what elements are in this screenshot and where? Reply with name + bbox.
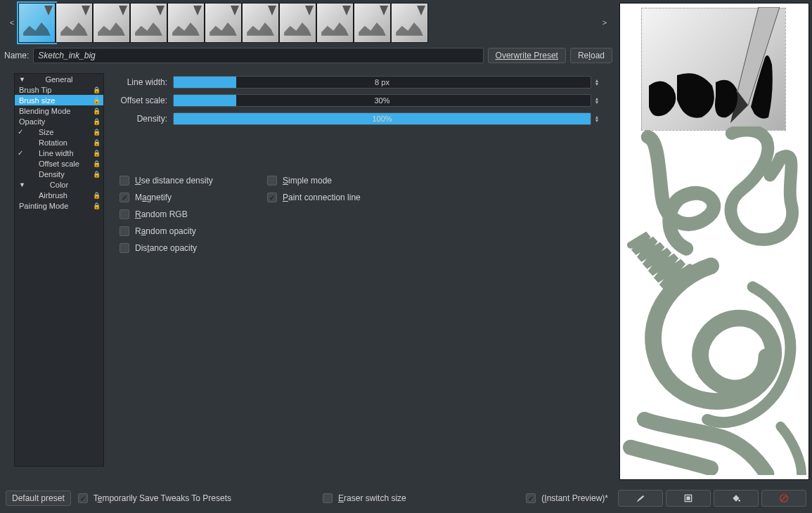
lock-icon: 🔒 [93, 97, 101, 104]
lock-icon: 🔒 [93, 129, 101, 136]
preset-thumb[interactable] [56, 3, 93, 43]
preset-thumb[interactable] [93, 3, 130, 43]
sidebar-item-size[interactable]: ✓Size🔒 [15, 126, 103, 137]
preset-next-button[interactable]: > [598, 18, 611, 27]
preset-thumb[interactable] [18, 3, 56, 43]
preview-scribble [620, 126, 808, 475]
use-distance-density-checkbox[interactable]: Use distance density [120, 176, 267, 186]
sidebar-header-color[interactable]: ▼Color [15, 179, 103, 190]
lock-icon: 🔒 [93, 192, 101, 199]
temp-save-checkbox[interactable]: Temporarily Save Tweaks To Presets [78, 493, 231, 503]
settings-sidebar: ▼General Brush Tip🔒 Brush size🔒 Blending… [14, 73, 104, 467]
lock-icon: 🔒 [93, 139, 101, 146]
preview-thumb [641, 8, 786, 131]
square-icon [683, 493, 694, 504]
preset-thumb[interactable] [316, 3, 354, 43]
preset-thumb[interactable] [242, 3, 279, 43]
line-width-label: Line width: [120, 77, 173, 87]
preset-thumb[interactable] [205, 3, 242, 43]
bucket-icon [730, 493, 742, 504]
simple-mode-checkbox[interactable]: Simple mode [267, 176, 415, 186]
bottom-bar: Default preset Temporarily Save Tweaks T… [0, 483, 812, 513]
preview-canvas [619, 3, 809, 480]
svg-line-6 [781, 495, 787, 501]
fill-mode-button[interactable] [714, 490, 759, 507]
settings-pane: Line width: 8 px ▲▼ Offset scale: 30% [111, 73, 610, 467]
preset-prev-button[interactable]: < [6, 18, 18, 27]
random-opacity-checkbox[interactable]: Random opacity [120, 226, 267, 236]
magnetify-checkbox[interactable]: Magnetify [120, 193, 267, 202]
sidebar-item-blending-mode[interactable]: Blending Mode🔒 [15, 105, 103, 116]
brush-icon [635, 493, 646, 504]
offset-scale-label: Offset scale: [120, 96, 173, 105]
forbidden-icon [778, 493, 790, 504]
lock-icon: 🔒 [93, 202, 101, 209]
preset-thumb[interactable] [354, 3, 391, 43]
distance-opacity-checkbox[interactable]: Distance opacity [120, 243, 267, 253]
paint-connection-checkbox[interactable]: Paint connection line [267, 193, 415, 202]
lock-icon: 🔒 [93, 108, 101, 115]
instant-preview-checkbox[interactable]: (Instant Preview)* [526, 493, 608, 503]
sidebar-item-rotation[interactable]: Rotation🔒 [15, 137, 103, 148]
sidebar-item-opacity[interactable]: Opacity🔒 [15, 116, 103, 126]
name-label: Name: [4, 51, 29, 60]
sidebar-header-general[interactable]: ▼General [15, 74, 103, 84]
svg-point-4 [738, 500, 740, 502]
sidebar-item-line-width[interactable]: ✓Line width🔒 [15, 148, 103, 158]
spinner-icon[interactable]: ▲▼ [593, 97, 601, 104]
overwrite-preset-button[interactable]: Overwrite Preset [488, 48, 566, 63]
sidebar-item-offset-scale[interactable]: Offset scale🔒 [15, 158, 103, 169]
svg-rect-3 [686, 496, 690, 500]
lock-icon: 🔒 [93, 118, 101, 125]
preset-thumb[interactable] [130, 3, 167, 43]
brush-mode-button[interactable] [618, 490, 663, 507]
offset-scale-slider[interactable]: 30% [173, 94, 591, 107]
sidebar-item-density[interactable]: Density🔒 [15, 169, 103, 179]
random-rgb-checkbox[interactable]: Random RGB [120, 209, 267, 219]
density-label: Density: [120, 114, 173, 124]
disabled-mode-button[interactable] [761, 490, 806, 507]
preset-thumb[interactable] [391, 3, 428, 43]
spinner-icon[interactable]: ▲▼ [593, 79, 601, 86]
lock-icon: 🔒 [93, 171, 101, 178]
eraser-switch-checkbox[interactable]: Eraser switch size [323, 493, 406, 503]
spinner-icon[interactable]: ▲▼ [593, 115, 601, 122]
lock-icon: 🔒 [93, 160, 101, 167]
lock-icon: 🔒 [93, 86, 101, 93]
square-mode-button[interactable] [666, 490, 711, 507]
preview-stroke [642, 8, 787, 131]
lock-icon: 🔒 [93, 150, 101, 157]
preset-name-input[interactable] [33, 48, 483, 63]
reload-button[interactable]: Reload [570, 48, 612, 63]
sidebar-item-brush-tip[interactable]: Brush Tip🔒 [15, 84, 103, 95]
sidebar-item-painting-mode[interactable]: Painting Mode🔒 [15, 200, 103, 211]
preset-thumb[interactable] [279, 3, 316, 43]
line-width-slider[interactable]: 8 px [173, 76, 591, 89]
sidebar-item-airbrush[interactable]: Airbrush🔒 [15, 190, 103, 200]
density-slider[interactable]: 100% [173, 112, 591, 125]
preset-strip: < > [0, 0, 617, 45]
default-preset-button[interactable]: Default preset [6, 491, 71, 506]
preset-thumb[interactable] [167, 3, 205, 43]
sidebar-item-brush-size[interactable]: Brush size🔒 [15, 95, 103, 105]
